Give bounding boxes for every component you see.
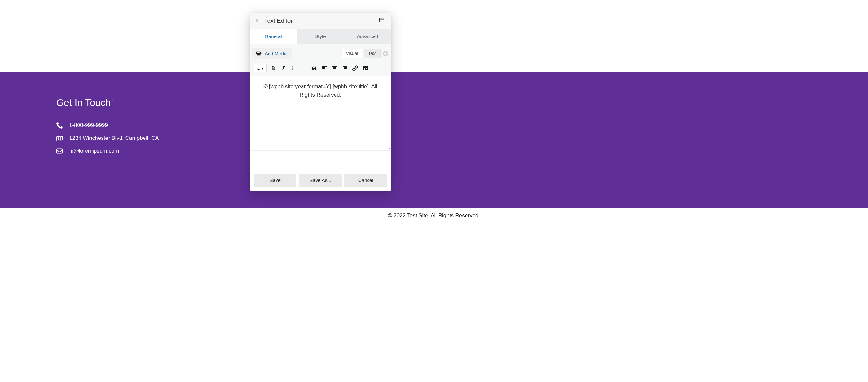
format-select[interactable]: ... ▾ [254,64,267,72]
align-right-icon[interactable] [341,64,349,72]
contact-list: 1-800-999-9999 1234 Winchester Blvd. Cam… [56,122,812,154]
cancel-button[interactable]: Cancel [344,174,387,187]
align-left-icon[interactable] [320,64,328,72]
envelope-icon [56,148,63,154]
contact-phone[interactable]: 1-800-999-9999 [56,122,812,129]
editor-mode-tabs: Visual Text + [342,48,388,58]
resize-handle-icon[interactable] [386,146,390,150]
media-icon [256,50,262,56]
window-maximize-icon[interactable] [379,18,385,24]
editor-content-area[interactable]: © [wpbb site:year format=Y] [wpbb site:t… [250,75,391,151]
numbered-list-icon[interactable] [300,64,308,72]
text-editor-panel: Text Editor General Style Advanced Add M… [250,13,391,191]
tab-advanced[interactable]: Advanced [344,29,391,43]
contact-email[interactable]: hi@loremipsum.com [56,148,812,154]
contact-address-text: 1234 Winchester Blvd. Campbell, CA [69,135,159,141]
contact-phone-text: 1-800-999-9999 [69,122,108,129]
format-toolbar: ... ▾ [252,62,388,75]
editor-spacer [250,151,391,170]
toolbar-toggle-icon[interactable] [362,64,369,72]
editor-text: © [wpbb site:year format=Y] [wpbb site:t… [264,83,377,98]
editor-tabs: General Style Advanced [250,29,391,43]
footer-section: Get In Touch! 1-800-999-9999 1234 Winche… [0,72,868,208]
add-media-button[interactable]: Add Media [252,48,291,59]
mode-tab-text[interactable]: Text [364,48,381,58]
save-button[interactable]: Save [254,174,297,187]
blockquote-icon[interactable] [310,64,318,72]
contact-email-text: hi@loremipsum.com [69,148,119,154]
editor-toolbar-section: Add Media Visual Text + ... ▾ [250,43,391,75]
add-media-label: Add Media [265,51,288,56]
footer-title: Get In Touch! [56,97,812,108]
svg-rect-0 [380,18,384,23]
contact-address[interactable]: 1234 Winchester Blvd. Campbell, CA [56,135,812,141]
mode-tab-visual[interactable]: Visual [342,48,362,58]
editor-title: Text Editor [264,17,379,24]
italic-icon[interactable] [279,64,287,72]
tab-general[interactable]: General [250,29,297,43]
align-center-icon[interactable] [331,64,338,72]
chevron-down-icon: ▾ [261,66,264,71]
drag-handle-icon[interactable] [256,17,259,24]
map-icon [56,135,63,141]
link-icon[interactable] [351,64,359,72]
copyright-bar: © 2022 Test Site. All Rights Reserved. [0,208,868,221]
copyright-text: © 2022 Test Site. All Rights Reserved. [388,212,480,218]
expand-toolbar-icon[interactable]: + [382,50,388,56]
editor-header: Text Editor [250,13,391,29]
bold-icon[interactable] [269,64,277,72]
tab-style[interactable]: Style [297,29,344,43]
editor-footer: Save Save As... Cancel [250,170,391,191]
bullet-list-icon[interactable] [290,64,297,72]
phone-icon [56,122,63,129]
save-as-button[interactable]: Save As... [299,174,342,187]
